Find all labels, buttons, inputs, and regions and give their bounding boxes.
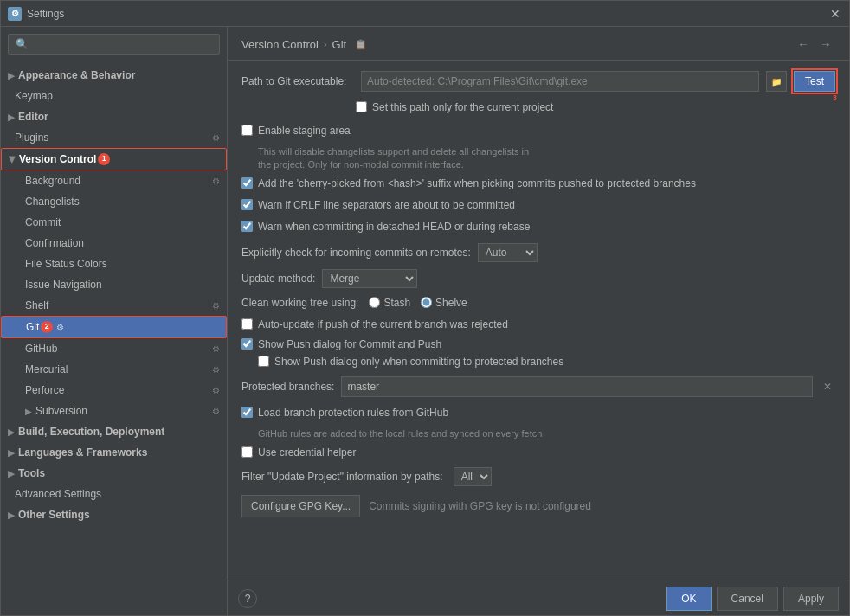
sidebar-item-label: Version Control <box>19 151 96 167</box>
sidebar-item-commit[interactable]: Commit <box>1 212 227 233</box>
sidebar-item-label: Changelists <box>25 194 80 209</box>
close-button[interactable]: ✕ <box>828 7 842 21</box>
annotation-2: 2 <box>41 321 53 333</box>
clear-button[interactable]: ✕ <box>820 381 835 393</box>
sidebar-item-languages[interactable]: ▶ Languages & Frameworks <box>1 442 227 463</box>
sidebar-item-tools[interactable]: ▶ Tools <box>1 463 227 484</box>
git-icon: ⚙ <box>56 321 64 334</box>
clean-stash-label[interactable]: Stash <box>383 297 410 309</box>
sidebar-item-label: Background <box>25 173 80 189</box>
show-push-dialog-checkbox[interactable] <box>241 338 253 350</box>
sidebar-item-label: Appearance & Behavior <box>18 67 135 83</box>
auto-update-label[interactable]: Auto-update if push of the current branc… <box>258 318 508 332</box>
nav-back-button[interactable]: ← <box>794 35 813 53</box>
warn-crlf-row: Warn if CRLF line separators are about t… <box>241 198 835 213</box>
sidebar-item-github[interactable]: GitHub ⚙ <box>1 338 227 359</box>
arrow-icon: ▶ <box>8 69 15 82</box>
window-title: Settings <box>27 8 828 20</box>
plugin-icon: ⚙ <box>212 132 220 144</box>
sidebar-item-keymap[interactable]: Keymap <box>1 86 227 106</box>
update-method-select[interactable]: Merge Rebase Branch Default <box>322 269 417 288</box>
show-push-protected-label[interactable]: Show Push dialog only when committing to… <box>274 355 563 369</box>
filter-label: Filter "Update Project" information by p… <box>241 471 443 483</box>
perforce-icon: ⚙ <box>212 384 220 397</box>
sidebar-item-appearance[interactable]: ▶ Appearance & Behavior <box>1 65 227 86</box>
sidebar-item-editor[interactable]: ▶ Editor <box>1 106 227 127</box>
cherry-pick-label[interactable]: Add the 'cherry-picked from <hash>' suff… <box>258 176 696 191</box>
git-exe-label: Path to Git executable: <box>241 75 354 87</box>
load-branch-rules-note: GitHub rules are added to the local rule… <box>258 427 835 440</box>
sidebar-item-subversion[interactable]: ▶ Subversion ⚙ <box>1 401 227 421</box>
sidebar-item-label: File Status Colors <box>25 256 107 272</box>
cancel-button[interactable]: Cancel <box>717 587 778 611</box>
configure-gpg-button[interactable]: Configure GPG Key... <box>241 495 360 517</box>
sidebar-item-label: Languages & Frameworks <box>18 445 147 460</box>
show-push-protected-row: Show Push dialog only when committing to… <box>258 355 835 369</box>
show-push-protected-checkbox[interactable] <box>258 356 269 367</box>
filter-select[interactable]: All <box>454 467 492 486</box>
sidebar-item-plugins[interactable]: Plugins ⚙ <box>1 127 227 148</box>
footer-left: ? <box>238 589 257 608</box>
enable-staging-row: Enable staging area <box>241 124 835 138</box>
use-credential-checkbox[interactable] <box>241 446 253 458</box>
app-icon: ⚙ <box>8 7 22 21</box>
warn-crlf-label[interactable]: Warn if CRLF line separators are about t… <box>258 198 515 213</box>
sidebar-item-advanced[interactable]: Advanced Settings <box>1 484 227 504</box>
warn-crlf-checkbox[interactable] <box>241 199 253 210</box>
sidebar-item-background[interactable]: Background ⚙ <box>1 170 227 191</box>
warn-detached-checkbox[interactable] <box>241 221 253 232</box>
sidebar-item-build[interactable]: ▶ Build, Execution, Deployment <box>1 421 227 442</box>
sidebar-item-confirmation[interactable]: Confirmation <box>1 233 227 253</box>
arrow-icon: ▶ <box>8 509 15 522</box>
auto-update-checkbox[interactable] <box>241 318 253 330</box>
sidebar-item-other[interactable]: ▶ Other Settings <box>1 504 227 525</box>
clean-shelve-label[interactable]: Shelve <box>435 297 467 309</box>
help-button[interactable]: ? <box>238 589 257 608</box>
protected-branches-label: Protected branches: <box>241 381 334 393</box>
sidebar-item-label: Advanced Settings <box>15 486 101 502</box>
load-branch-rules-checkbox[interactable] <box>241 407 253 418</box>
clean-shelve-radio[interactable] <box>421 297 432 308</box>
enable-staging-label[interactable]: Enable staging area <box>258 124 351 138</box>
clean-shelve-option: Shelve <box>421 297 467 309</box>
sidebar-item-issue-navigation[interactable]: Issue Navigation <box>1 274 227 295</box>
browse-button[interactable]: 📁 <box>766 71 787 92</box>
protected-branches-input[interactable] <box>341 376 813 397</box>
github-icon: ⚙ <box>212 343 220 356</box>
warn-detached-label[interactable]: Warn when committing in detached HEAD or… <box>258 220 530 234</box>
sidebar-item-changelists[interactable]: Changelists <box>1 191 227 212</box>
set-path-row: Set this path only for the current proje… <box>356 100 835 115</box>
search-input[interactable] <box>8 34 220 55</box>
sidebar-item-perforce[interactable]: Perforce ⚙ <box>1 380 227 401</box>
sidebar-item-mercurial[interactable]: Mercurial ⚙ <box>1 359 227 380</box>
bg-icon: ⚙ <box>212 175 220 188</box>
sidebar-item-version-control[interactable]: ▶ Version Control 1 <box>1 148 227 170</box>
clean-stash-radio[interactable] <box>369 297 380 308</box>
arrow-icon: ▶ <box>8 426 15 439</box>
use-credential-label[interactable]: Use credential helper <box>258 446 356 460</box>
show-push-dialog-label[interactable]: Show Push dialog for Commit and Push <box>258 337 441 352</box>
enable-staging-checkbox[interactable] <box>241 125 253 136</box>
update-method-label: Update method: <box>241 273 315 285</box>
set-path-label[interactable]: Set this path only for the current proje… <box>372 100 553 115</box>
search-box <box>1 27 227 61</box>
test-button[interactable]: Test <box>794 71 835 92</box>
git-exe-input[interactable] <box>361 71 759 92</box>
cherry-pick-checkbox[interactable] <box>241 177 253 189</box>
set-path-checkbox[interactable] <box>356 101 367 112</box>
ok-button[interactable]: OK <box>666 587 711 611</box>
panel-body: Path to Git executable: 📁 Test 3 Set thi… <box>228 61 849 581</box>
test-annotation: 3 <box>833 93 837 102</box>
protected-branches-row: Protected branches: ✕ <box>241 376 835 397</box>
incoming-select[interactable]: Auto Always Never <box>478 243 538 262</box>
arrow-icon: ▶ <box>8 111 15 124</box>
apply-button[interactable]: Apply <box>783 587 839 611</box>
sidebar-item-shelf[interactable]: Shelf ⚙ <box>1 295 227 316</box>
load-branch-rules-label[interactable]: Load branch protection rules from GitHub <box>258 406 448 420</box>
sidebar-item-file-status-colors[interactable]: File Status Colors <box>1 253 227 274</box>
sidebar-item-git[interactable]: Git 2 ⚙ <box>1 316 227 338</box>
sidebar-item-label: Other Settings <box>18 507 90 523</box>
nav-tree: ▶ Appearance & Behavior Keymap ▶ Editor … <box>1 61 227 615</box>
sidebar-item-label: Tools <box>18 465 45 481</box>
nav-forward-button[interactable]: → <box>816 35 835 53</box>
